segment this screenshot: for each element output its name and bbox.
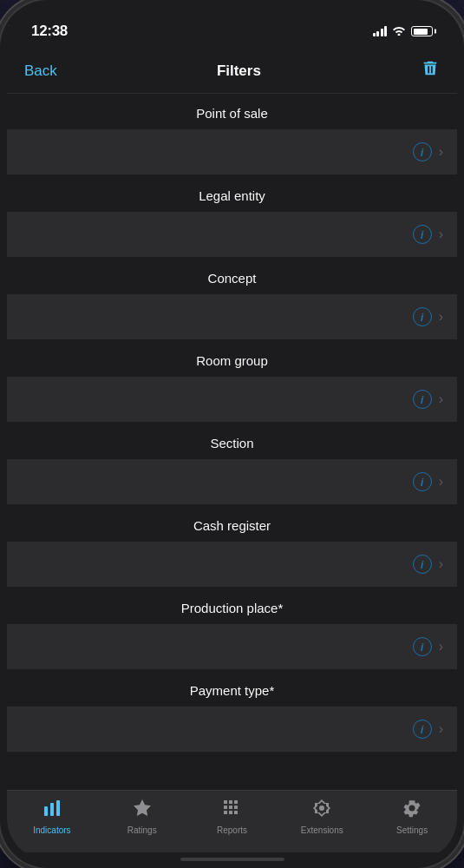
svg-rect-4	[229, 800, 232, 804]
info-icon-payment-type[interactable]: i	[413, 720, 432, 739]
info-icon-point-of-sale[interactable]: i	[413, 142, 432, 161]
svg-rect-3	[224, 800, 227, 804]
svg-point-12	[319, 806, 324, 811]
info-icon-room-group[interactable]: i	[413, 390, 432, 409]
status-icons	[373, 25, 434, 38]
tab-label-extensions: Extensions	[301, 825, 343, 835]
tab-settings[interactable]: Settings	[386, 798, 438, 835]
signal-bar-3	[381, 29, 383, 36]
svg-rect-7	[229, 806, 232, 809]
filter-label-concept: Concept	[7, 259, 457, 294]
svg-rect-6	[224, 806, 227, 809]
filter-label-legal-entity: Legal entity	[7, 176, 457, 212]
filter-row-production-place[interactable]: i ›	[7, 624, 457, 669]
svg-rect-10	[229, 811, 232, 814]
settings-icon	[402, 798, 422, 822]
indicators-icon	[42, 798, 62, 822]
chevron-icon-cash-register: ›	[439, 556, 443, 572]
filter-row-point-of-sale[interactable]: i ›	[7, 129, 457, 174]
status-time: 12:38	[31, 23, 68, 40]
chevron-icon-production-place: ›	[439, 639, 443, 654]
filter-label-point-of-sale: Point of sale	[7, 94, 457, 129]
chevron-icon-concept: ›	[439, 309, 443, 325]
extensions-icon	[311, 798, 332, 822]
tab-indicators[interactable]: Indicators	[26, 798, 78, 835]
info-icon-section[interactable]: i	[413, 472, 432, 491]
notch	[180, 7, 284, 33]
ratings-icon	[132, 798, 153, 822]
trash-button[interactable]	[421, 59, 440, 82]
filter-section-point-of-sale: Point of sale i ›	[7, 94, 457, 174]
battery-fill	[414, 29, 428, 35]
svg-rect-1	[50, 803, 54, 816]
filter-section-cash-register: Cash register i ›	[7, 506, 457, 587]
screen: 12:38 Back Fil	[7, 7, 457, 861]
chevron-icon-room-group: ›	[439, 391, 443, 407]
tab-bar: Indicators Ratings	[7, 790, 457, 852]
chevron-icon-point-of-sale: ›	[439, 144, 443, 160]
tab-extensions[interactable]: Extensions	[296, 798, 348, 835]
wifi-icon	[392, 25, 406, 38]
nav-bar: Back Filters	[7, 50, 457, 94]
svg-rect-11	[234, 811, 238, 814]
filter-row-concept[interactable]: i ›	[7, 294, 457, 339]
tab-label-settings: Settings	[396, 825, 428, 835]
filter-section-concept: Concept i ›	[7, 259, 457, 339]
filter-section-production-place: Production place* i ›	[7, 589, 457, 669]
tab-ratings[interactable]: Ratings	[116, 798, 168, 835]
filter-label-section: Section	[7, 424, 457, 459]
filter-label-production-place: Production place*	[7, 589, 457, 624]
chevron-icon-payment-type: ›	[439, 721, 443, 737]
tab-label-ratings: Ratings	[127, 825, 157, 835]
back-button[interactable]: Back	[24, 62, 57, 80]
signal-bar-2	[376, 31, 379, 36]
filter-label-payment-type: Payment type*	[7, 671, 457, 707]
svg-rect-8	[234, 806, 238, 809]
chevron-icon-legal-entity: ›	[439, 227, 443, 242]
info-icon-concept[interactable]: i	[413, 307, 432, 326]
filter-section-section: Section i ›	[7, 424, 457, 504]
tab-label-indicators: Indicators	[33, 825, 70, 835]
signal-bar-1	[373, 33, 376, 36]
filter-row-legal-entity[interactable]: i ›	[7, 212, 457, 257]
battery-icon	[411, 26, 433, 36]
signal-bars-icon	[373, 26, 388, 36]
svg-rect-0	[44, 806, 48, 816]
svg-rect-2	[56, 800, 60, 816]
svg-rect-9	[224, 811, 227, 814]
filter-row-payment-type[interactable]: i ›	[7, 707, 457, 752]
info-icon-production-place[interactable]: i	[413, 637, 432, 656]
phone-frame: 12:38 Back Fil	[0, 0, 464, 868]
signal-bar-4	[384, 26, 387, 36]
chevron-icon-section: ›	[439, 474, 443, 490]
info-icon-cash-register[interactable]: i	[413, 555, 432, 574]
filter-section-legal-entity: Legal entity i ›	[7, 176, 457, 257]
tab-label-reports: Reports	[217, 825, 247, 835]
info-icon-legal-entity[interactable]: i	[413, 225, 432, 244]
tab-reports[interactable]: Reports	[206, 798, 258, 835]
reports-icon	[221, 798, 242, 822]
filter-row-cash-register[interactable]: i ›	[7, 542, 457, 587]
filter-label-cash-register: Cash register	[7, 506, 457, 542]
filter-row-section[interactable]: i ›	[7, 459, 457, 504]
filter-row-room-group[interactable]: i ›	[7, 377, 457, 422]
filter-section-payment-type: Payment type* i ›	[7, 671, 457, 752]
home-indicator	[180, 858, 284, 861]
svg-rect-5	[234, 800, 238, 804]
filter-label-room-group: Room group	[7, 341, 457, 377]
filters-content: Point of sale i › Legal entity i › Conce…	[7, 94, 457, 790]
filter-section-room-group: Room group i ›	[7, 341, 457, 422]
nav-title: Filters	[217, 62, 261, 80]
